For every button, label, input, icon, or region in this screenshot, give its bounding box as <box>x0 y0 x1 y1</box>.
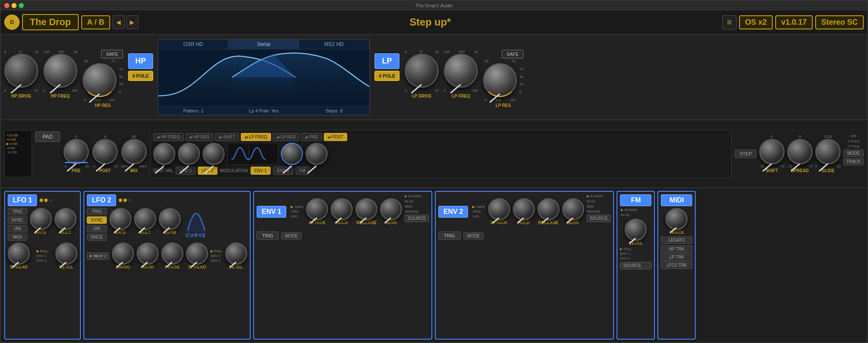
ab-button[interactable]: A / B <box>81 15 110 29</box>
mod-lpfreq-button[interactable]: ⇄ LP FREQ <box>241 133 271 141</box>
mod-knob-5-ctrl[interactable] <box>306 143 328 165</box>
lfo1-title[interactable]: LFO 1 <box>8 194 37 206</box>
lp-freq-knob[interactable] <box>444 54 478 88</box>
mod-hpfreq-button[interactable]: ⇄ HP FREQ <box>153 133 184 141</box>
lfo2-level-knob[interactable] <box>225 242 247 265</box>
env1-mod-button[interactable]: ENV 1 <box>251 167 271 175</box>
lfo2-trig-button[interactable]: TRIG <box>87 208 107 215</box>
env2-mode-button[interactable]: MODE <box>463 232 484 239</box>
hp-pole-button[interactable]: 4 POLE <box>128 71 153 81</box>
lp-drive-knob[interactable] <box>405 54 439 88</box>
env1-release-knob[interactable] <box>355 198 377 220</box>
lp-trk-button[interactable]: LP TRK <box>661 254 692 261</box>
mod-knob-2-ctrl[interactable] <box>178 143 200 165</box>
env1-attack-knob[interactable] <box>306 198 328 220</box>
lfo1-mult-knob[interactable] <box>54 208 77 230</box>
hp-res-knob[interactable] <box>83 63 117 97</box>
mod-knob-4-ctrl[interactable] <box>281 143 303 165</box>
close-btn[interactable] <box>4 3 9 8</box>
env1-hold-knob[interactable] <box>331 198 353 220</box>
env1-title[interactable]: ENV 1 <box>257 206 286 218</box>
env1-trig-button[interactable]: TRIG <box>257 231 279 240</box>
nav-next-button[interactable]: ▶ <box>126 15 138 29</box>
lfo1-rate-knob[interactable] <box>30 208 52 230</box>
env1-source-button[interactable]: SOURCE <box>405 215 429 222</box>
lfo2-uni-button[interactable]: UNI <box>87 225 107 232</box>
lp-type-button[interactable]: LP <box>374 53 400 69</box>
lfo1-sync-button[interactable]: SYNC <box>8 216 27 224</box>
menu-button[interactable]: ≡ <box>722 15 737 29</box>
lfo2-rand-knob[interactable] <box>137 242 159 265</box>
lp-res-knob[interactable] <box>483 63 517 97</box>
tab-serial[interactable]: Serial <box>228 40 299 49</box>
mod-knob-1-ctrl[interactable] <box>153 143 175 165</box>
pad-button[interactable]: PAD <box>35 132 60 142</box>
track-button[interactable]: TRACK <box>843 158 864 165</box>
lfo2-once-button[interactable]: ONCE <box>87 233 107 241</box>
env1-sens-knob[interactable] <box>380 198 402 220</box>
hp-type-button[interactable]: HP <box>128 53 153 69</box>
lfo2-swing-knob[interactable] <box>112 242 134 265</box>
hp-freq-knob[interactable] <box>43 54 77 88</box>
hp-trk-button[interactable]: HP TRK <box>661 245 692 253</box>
mode-button[interactable]: MODE <box>843 150 864 157</box>
env2-release-knob[interactable] <box>537 198 560 220</box>
fm-title[interactable]: FM <box>620 194 651 206</box>
maximize-btn[interactable] <box>19 3 24 8</box>
lfo2-asym-knob[interactable] <box>159 208 181 230</box>
mod-shift-button[interactable]: ⇄ SHIFT <box>215 133 239 141</box>
lfo2-trk-button[interactable]: LFO2 TRK <box>661 262 692 269</box>
preset-name: Step up* <box>141 16 720 28</box>
mod-knob-1 <box>153 143 175 165</box>
lfo1-trig-button[interactable]: TRIG <box>8 208 27 215</box>
env2-hold-knob[interactable] <box>513 198 535 220</box>
fm-source-button[interactable]: SOURCE <box>620 262 651 269</box>
step-button[interactable]: STEP <box>735 150 757 158</box>
os-badge[interactable]: OS x2 <box>739 15 773 29</box>
mod-post-button[interactable]: ⇄ POST <box>324 133 347 141</box>
lfo1-level-knob[interactable] <box>55 242 77 265</box>
shift-knob[interactable] <box>759 139 785 164</box>
env2-source-button[interactable]: SOURCE <box>587 215 611 222</box>
env2-title[interactable]: ENV 2 <box>438 206 468 218</box>
env2-sens-group: SENS <box>562 198 584 225</box>
glide-knob[interactable] <box>815 139 841 164</box>
env2-trig-button[interactable]: TRIG <box>438 231 460 240</box>
lp-safe-button[interactable]: SAFE <box>502 50 523 58</box>
lfo1-midi-button[interactable]: MIDI <box>8 233 27 241</box>
lfo2-sync-button[interactable]: SYNC <box>87 216 107 224</box>
nav-prev-button[interactable]: ◀ <box>113 15 125 29</box>
lfo1-spread-knob[interactable] <box>8 242 30 265</box>
mod-knob-3-ctrl[interactable] <box>203 143 225 165</box>
lfo2-phase-group: PHASE <box>161 242 183 269</box>
lfo2-phase-knob[interactable] <box>161 242 183 265</box>
midi-legato-button[interactable]: LEGATO <box>661 236 692 244</box>
env2-sens-knob[interactable] <box>562 198 584 220</box>
lfo2-spread-knob[interactable] <box>186 242 208 265</box>
lfo2-mult-knob[interactable] <box>134 208 156 230</box>
app-name[interactable]: The Drop <box>22 14 79 30</box>
tab-ms2-hd[interactable]: MS2 HD <box>299 40 369 49</box>
env1-mode-button[interactable]: MODE <box>281 232 302 239</box>
pre-knob[interactable] <box>63 139 89 164</box>
output-badge[interactable]: Stereo SC <box>815 15 864 29</box>
tab-osr-hd[interactable]: OSR HD <box>158 40 228 49</box>
midi-track-knob[interactable] <box>665 208 688 230</box>
fm-level-knob[interactable] <box>625 219 647 241</box>
spread-knob[interactable] <box>787 139 813 164</box>
post-knob[interactable] <box>92 139 118 164</box>
lfo2-source-button[interactable]: ▶ BEAT 2 <box>87 253 109 259</box>
minimize-btn[interactable] <box>11 3 17 8</box>
mod-lpres-button[interactable]: ⇄ LP RES <box>273 133 300 141</box>
mix-knob[interactable] <box>121 139 147 164</box>
midi-title[interactable]: MIDI <box>661 194 692 206</box>
hp-safe-button[interactable]: SAFE <box>101 50 123 58</box>
lfo1-uni-button[interactable]: UNI <box>8 225 27 232</box>
lp-pole-button[interactable]: 4 POLE <box>374 71 400 81</box>
hp-drive-knob[interactable] <box>4 54 38 88</box>
env2-attack-knob[interactable] <box>488 198 510 220</box>
mod-pre-button[interactable]: ⇄ PRE <box>301 133 322 141</box>
mod-hpres-button[interactable]: ⇄ HP RES <box>186 133 213 141</box>
lfo2-rate-knob[interactable] <box>109 208 131 230</box>
lfo2-title[interactable]: LFO 2 <box>87 194 116 206</box>
